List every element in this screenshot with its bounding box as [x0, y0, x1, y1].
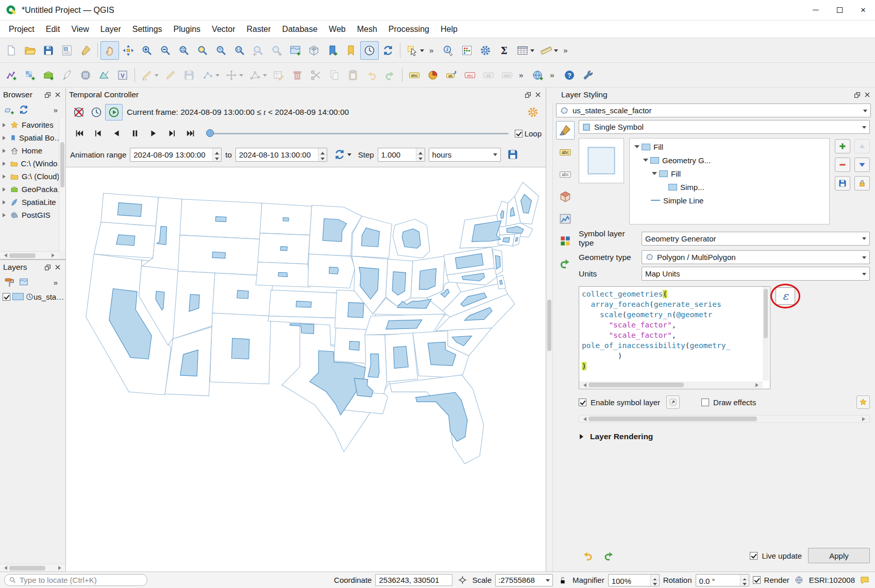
scroll-left-icon[interactable] — [2, 253, 7, 257]
dropdown-arrow-icon[interactable] — [530, 49, 534, 54]
expand-arrow-icon[interactable] — [3, 162, 8, 166]
statistical-summary-button[interactable] — [458, 41, 476, 60]
new-virtual-layer-button[interactable]: V — [113, 66, 132, 84]
show-bookmarks-button[interactable] — [342, 41, 360, 60]
menu-raster[interactable]: Raster — [241, 22, 276, 37]
apply-button[interactable]: Apply — [808, 548, 870, 563]
zoom-in-button[interactable] — [138, 41, 156, 60]
scrollbar-thumb[interactable] — [9, 566, 45, 570]
expand-arrow-icon[interactable] — [3, 187, 8, 192]
spin-down-icon[interactable] — [651, 580, 659, 586]
browser-item-g-cloud-[interactable]: G:\ (Cloud) — [0, 170, 65, 183]
menu-view[interactable]: View — [65, 22, 94, 37]
expand-arrow-icon[interactable] — [3, 213, 8, 217]
new-bookmark-button[interactable] — [323, 41, 342, 60]
layers-float-button[interactable] — [43, 263, 52, 272]
scrollbar-thumb[interactable] — [9, 253, 36, 258]
dropdown-arrow-icon[interactable] — [263, 74, 267, 79]
vertex-tool-button[interactable] — [246, 66, 270, 84]
toolbar-overflow-button[interactable]: » — [547, 71, 557, 79]
add-vector-layer-button[interactable] — [2, 66, 21, 84]
styling-tab-view-3d[interactable] — [556, 187, 575, 206]
browser-item-home[interactable]: Home — [0, 144, 65, 157]
menu-help[interactable]: Help — [435, 22, 463, 37]
geometry-type-combo[interactable]: Polygon / MultiPolygon — [642, 250, 870, 264]
cut-features-button[interactable] — [307, 66, 325, 84]
dropdown-arrow-icon[interactable] — [155, 74, 159, 79]
expand-arrow-icon[interactable] — [3, 123, 8, 127]
styling-float-button[interactable] — [852, 90, 862, 99]
symbol-tree-item[interactable]: Simple Line — [630, 194, 829, 207]
skip-end-button[interactable] — [181, 125, 200, 142]
step-input[interactable]: 1.000 — [378, 148, 425, 162]
draw-effects-checkbox[interactable] — [701, 399, 709, 406]
styling-horizontal-scrollbar[interactable] — [579, 415, 870, 423]
styling-tab-masks[interactable]: abc — [556, 165, 575, 184]
browser-item-favorites[interactable]: Favorites — [0, 118, 65, 131]
step-unit-combo[interactable]: hours — [429, 148, 501, 162]
magnifier-input[interactable]: 100% — [608, 574, 660, 586]
move-down-button[interactable] — [854, 158, 870, 172]
symbol-tree-item[interactable]: Geometry G... — [630, 153, 829, 167]
style-undo-button[interactable] — [579, 548, 596, 563]
zoom-last-button[interactable] — [249, 41, 267, 60]
menu-mesh[interactable]: Mesh — [351, 22, 383, 37]
frame-back-button[interactable] — [89, 125, 107, 142]
spin-up-icon[interactable] — [651, 575, 659, 581]
locate-search-input[interactable]: Type to locate (Ctrl+K) — [4, 574, 147, 586]
label-abc-yellow-button[interactable]: abc — [405, 66, 424, 84]
styling-tab-labels[interactable]: abc — [556, 143, 575, 162]
remove-symbol-layer-button[interactable] — [835, 158, 850, 172]
refresh-button[interactable] — [16, 102, 31, 117]
skip-start-button[interactable] — [70, 125, 89, 142]
dropdown-arrow-icon[interactable] — [420, 49, 424, 54]
pan-hand-button[interactable] — [100, 41, 119, 60]
options-gear-button[interactable] — [476, 41, 495, 60]
label-abc-gray-button[interactable]: abc — [498, 66, 516, 84]
save-symbol-button[interactable] — [835, 176, 850, 191]
layers-close-button[interactable] — [53, 263, 62, 272]
scrollbar-thumb[interactable] — [588, 383, 684, 387]
open-project-button[interactable] — [21, 41, 39, 60]
browser-item-geopackage[interactable]: GeoPackage — [0, 183, 65, 196]
zoom-native-button[interactable]: 1:1 — [230, 41, 249, 60]
styling-tab-histogram[interactable] — [556, 210, 575, 228]
layout-manager-button[interactable] — [58, 41, 76, 60]
spin-up-icon[interactable] — [741, 575, 749, 581]
styling-close-button[interactable] — [863, 90, 872, 99]
effects-options-button[interactable] — [856, 395, 870, 409]
zoom-full-button[interactable] — [175, 41, 193, 60]
minimize-button[interactable] — [804, 0, 828, 21]
processing-toolbox-button[interactable] — [579, 66, 597, 84]
us-states-map[interactable] — [66, 167, 546, 572]
coordinate-input[interactable]: 2536243, 330501 — [375, 574, 452, 586]
menu-plugins[interactable]: Plugins — [168, 22, 206, 37]
measure-button[interactable] — [537, 41, 561, 60]
temporal-close-button[interactable] — [533, 90, 543, 99]
maximize-button[interactable] — [828, 0, 851, 21]
styling-layer-combo[interactable]: us_states_scale_factor — [556, 103, 871, 117]
close-button[interactable]: × — [851, 0, 875, 21]
expression-editor[interactable]: collect_geometries( array_foreach(genera… — [579, 286, 770, 389]
toolbar-overflow-button[interactable]: » — [516, 71, 526, 79]
layers-horizontal-scrollbar[interactable] — [0, 564, 65, 572]
scrollbar-thumb[interactable] — [547, 300, 551, 351]
symbol-tree-item[interactable]: Fill — [630, 167, 829, 180]
expand-arrow-icon[interactable] — [3, 136, 8, 140]
zoom-selection-button[interactable] — [193, 41, 212, 60]
refresh-button[interactable] — [379, 41, 397, 60]
attribute-table-button[interactable] — [513, 41, 537, 60]
new-3d-map-button[interactable]: 3D — [305, 41, 323, 60]
editor-horizontal-scrollbar[interactable] — [579, 382, 763, 388]
spin-up-icon[interactable] — [213, 148, 221, 155]
pan-selection-button[interactable] — [119, 41, 138, 60]
render-checkbox[interactable] — [753, 576, 761, 584]
dropdown-arrow-icon[interactable] — [554, 49, 558, 54]
delete-selected-button[interactable] — [288, 66, 307, 84]
zoom-layer-button[interactable] — [212, 41, 230, 60]
toggle-editing-button[interactable] — [161, 66, 180, 84]
data-defined-override-button[interactable] — [666, 395, 680, 409]
scrollbar-thumb[interactable] — [60, 142, 64, 187]
slider-handle[interactable] — [206, 129, 214, 137]
browser-close-button[interactable] — [53, 90, 62, 99]
